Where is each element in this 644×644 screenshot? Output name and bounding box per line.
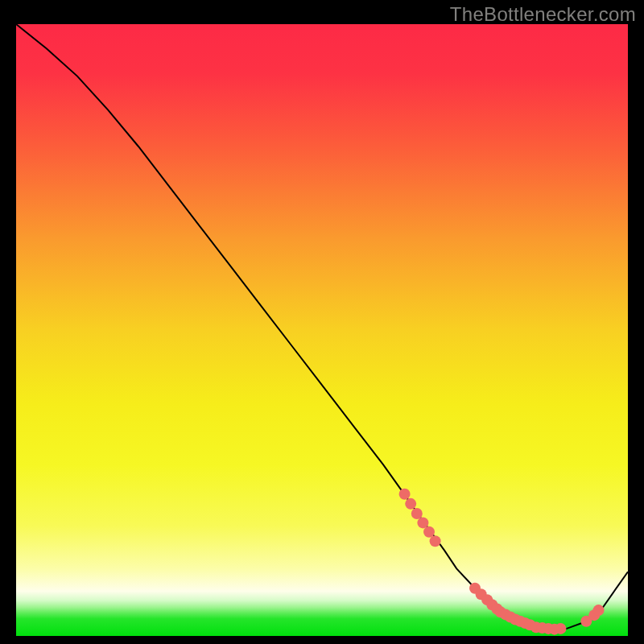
marker-dot bbox=[405, 498, 416, 510]
marker-dot bbox=[593, 605, 605, 616]
marker-dot bbox=[430, 535, 441, 547]
marker-dot bbox=[423, 526, 435, 538]
marker-dot bbox=[555, 623, 566, 634]
attribution-text: TheBottlenecker.com bbox=[450, 3, 636, 26]
marker-dot bbox=[411, 508, 423, 519]
marker-dot bbox=[399, 489, 411, 500]
chart-plot-area bbox=[16, 24, 628, 636]
chart-svg bbox=[16, 24, 628, 636]
chart-stage: TheBottlenecker.com bbox=[0, 0, 644, 644]
chart-background bbox=[16, 24, 628, 636]
marker-dot bbox=[417, 517, 428, 528]
